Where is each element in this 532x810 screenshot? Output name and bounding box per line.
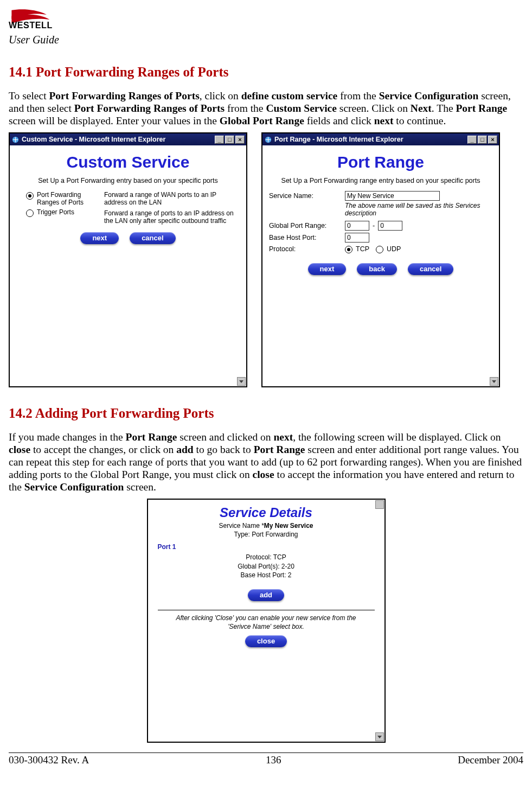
section-14-2-heading: 14.2 Adding Port Forwarding Ports xyxy=(9,406,523,421)
minimize-button[interactable]: _ xyxy=(467,136,477,144)
footer-doc-number: 030-300432 Rev. A xyxy=(9,754,89,766)
service-name-hint: The above name will be saved as this Ser… xyxy=(345,202,492,218)
scrollbar-down-arrow[interactable] xyxy=(490,377,498,386)
service-name-value: My New Service xyxy=(264,522,313,530)
back-button[interactable]: back xyxy=(357,263,397,275)
section-title: Adding Port Forwarding Ports xyxy=(35,406,214,420)
radio-label-udp: UDP xyxy=(387,245,401,253)
scrollbar-down-arrow[interactable] xyxy=(375,732,384,741)
radio-trigger-ports[interactable] xyxy=(26,209,34,217)
next-button[interactable]: next xyxy=(308,263,347,275)
screenshot-port-range: Port Range - Microsoft Internet Explorer… xyxy=(261,132,500,387)
svg-text:WESTELL: WESTELL xyxy=(9,20,53,30)
page-footer: 030-300432 Rev. A 136 December 2004 xyxy=(9,752,523,766)
radio-label-tcp: TCP xyxy=(356,245,369,253)
range-dash: - xyxy=(373,222,375,229)
window-title: Custom Service - Microsoft Internet Expl… xyxy=(22,136,165,143)
radio-udp[interactable] xyxy=(376,246,383,253)
ie-icon xyxy=(11,136,20,144)
option-description: Forward a range of WAN ports to an IP ad… xyxy=(104,191,235,206)
brand-logo: WESTELL xyxy=(9,7,85,34)
dialog-title: Service Details xyxy=(148,505,384,520)
dialog-subtitle: Set Up a Port Forwarding entry based on … xyxy=(10,177,246,184)
close-window-button[interactable]: × xyxy=(488,136,497,144)
radio-port-forwarding[interactable] xyxy=(26,192,34,200)
maximize-button[interactable]: □ xyxy=(478,136,487,144)
detail-protocol: Protocol: TCP xyxy=(246,553,286,561)
global-port-to-input[interactable] xyxy=(378,221,402,231)
detail-global-ports: Global Port(s): 2-20 xyxy=(238,563,294,570)
radio-tcp[interactable] xyxy=(345,246,352,253)
radio-label: Trigger Ports xyxy=(37,208,74,216)
next-button[interactable]: next xyxy=(80,232,119,244)
label-protocol: Protocol: xyxy=(269,245,345,253)
footer-page-number: 136 xyxy=(266,754,281,766)
label-service-name: Service Name: xyxy=(269,192,345,200)
radio-label: Port Fowarding Ranges of Ports xyxy=(37,191,97,206)
cancel-button[interactable]: cancel xyxy=(408,263,453,275)
type-line: Type: Port Forwarding xyxy=(234,531,298,538)
close-button[interactable]: close xyxy=(245,635,287,647)
section-number: 14.2 xyxy=(9,406,33,420)
label-base-host-port: Base Host Port: xyxy=(269,234,345,241)
minimize-button[interactable]: _ xyxy=(215,136,224,144)
add-button[interactable]: add xyxy=(248,589,284,601)
section-title: Port Forwarding Ranges of Ports xyxy=(36,65,229,79)
option-description: Forward a range of ports to an IP addres… xyxy=(104,209,235,225)
section-number: 14.1 xyxy=(9,65,33,79)
divider xyxy=(158,610,375,610)
screenshot-custom-service: Custom Service - Microsoft Internet Expl… xyxy=(9,132,247,387)
footer-date: December 2004 xyxy=(458,754,523,766)
base-host-port-input[interactable] xyxy=(345,233,369,243)
window-titlebar: Port Range - Microsoft Internet Explorer… xyxy=(262,133,499,145)
cancel-button[interactable]: cancel xyxy=(130,232,175,244)
label-global-port-range: Global Port Range: xyxy=(269,222,345,229)
close-window-button[interactable]: × xyxy=(235,136,245,144)
ie-icon xyxy=(264,136,272,144)
section-14-1-heading: 14.1 Port Forwarding Ranges of Ports xyxy=(9,65,523,80)
scrollbar-up-arrow[interactable] xyxy=(375,500,384,509)
close-hint: After clicking 'Close' you can enable yo… xyxy=(148,614,384,631)
window-titlebar: Custom Service - Microsoft Internet Expl… xyxy=(10,133,246,145)
screenshot-service-details: Service Details Service Name *My New Ser… xyxy=(147,499,386,743)
detail-base-host-port: Base Host Port: 2 xyxy=(240,571,291,579)
section-14-2-body: If you made changes in the Port Range sc… xyxy=(9,431,523,493)
dialog-subtitle: Set Up a Port Forwarding range entry bas… xyxy=(262,177,499,184)
label-service-name: Service Name * xyxy=(219,522,264,530)
global-port-from-input[interactable] xyxy=(345,221,369,231)
maximize-button[interactable]: □ xyxy=(225,136,234,144)
service-name-input[interactable] xyxy=(345,191,440,201)
section-14-1-body: To select Port Forwarding Ranges of Port… xyxy=(9,90,523,127)
header-subtitle: User Guide xyxy=(9,34,523,46)
dialog-title: Port Range xyxy=(262,153,499,171)
window-title: Port Range - Microsoft Internet Explorer xyxy=(274,136,403,143)
port-header: Port 1 xyxy=(158,543,384,551)
page-header: WESTELL User Guide xyxy=(9,7,523,46)
scrollbar-down-arrow[interactable] xyxy=(237,377,246,386)
dialog-title: Custom Service xyxy=(10,153,246,171)
